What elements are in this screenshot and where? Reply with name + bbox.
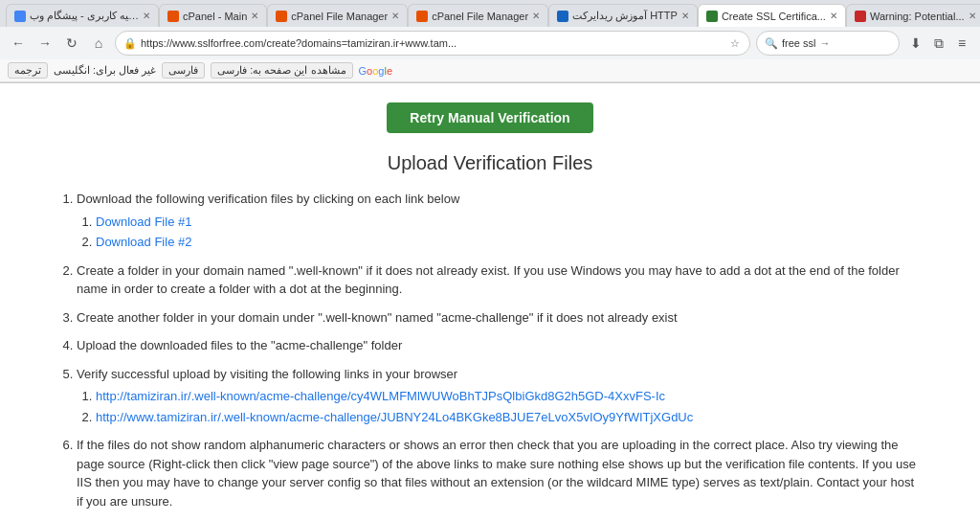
persian-button[interactable]: فارسی [162,62,205,79]
tab-label-tab6: Create SSL Certifica... [722,11,826,22]
tab-close-tab6[interactable]: ✕ [830,11,837,21]
search-text: free ssl [782,37,815,49]
page-content: Retry Manual Verification Upload Verific… [0,83,980,521]
page-title: Upload Verification Files [57,152,923,174]
tab-tab1[interactable]: ناحیه کاربری - پیشگام وب ✕ [6,4,159,27]
google-logo: Google [359,65,393,77]
tab-label-tab7: Warning: Potential... [870,11,965,22]
list-item: Create another folder in your domain und… [77,308,923,328]
tab-label-tab3: cPanel File Manager [291,11,388,22]
instruction-3-text: Create another folder in your domain und… [77,310,678,325]
extensions-icon[interactable]: ⧉ [928,33,949,54]
tab-favicon-tab6 [706,11,718,22]
tab-tab2[interactable]: cPanel - Main ✕ [159,4,267,27]
forward-button[interactable]: → [34,33,56,54]
list-item: If the files do not show random alphanum… [77,436,923,510]
list-item: Upload the downloaded files to the "acme… [77,336,923,355]
list-item: http://www.tamiziran.ir/.well-known/acme… [96,408,923,427]
tab-label-tab4: cPanel File Manager [432,11,528,22]
verification-link-2[interactable]: http://www.tamiziran.ir/.well-known/acme… [96,410,693,424]
list-item: Verify successful upload by visiting the… [77,365,923,427]
instruction-4-text: Upload the downloaded files to the "acme… [77,338,402,352]
list-item: Create a folder in your domain named ".w… [77,261,923,299]
list-item: Download the following verification file… [77,190,923,252]
list-item: http://tamiziran.ir/.well-known/acme-cha… [96,387,923,406]
instruction-2-text: Create a folder in your domain named ".w… [77,263,900,297]
home-button[interactable]: ⌂ [88,33,109,54]
instruction-5-text: Verify successful upload by visiting the… [77,367,457,381]
search-icon: 🔍 [765,37,778,50]
list-item: Download File #1 [96,213,923,232]
tab-favicon-tab4 [416,11,428,22]
address-text: https://www.sslforfree.com/create?domain… [141,37,724,49]
tab-close-tab2[interactable]: ✕ [251,11,258,21]
tab-close-tab7[interactable]: ✕ [969,11,976,21]
language-label: غیر فعال برای: انگلیسی [54,64,156,77]
tab-favicon-tab5 [557,11,568,22]
retry-manual-verification-button[interactable]: Retry Manual Verification [387,102,592,133]
verification-links-list: http://tamiziran.ir/.well-known/acme-cha… [77,387,923,426]
tab-close-tab1[interactable]: ✕ [143,11,150,21]
instructions-list: Download the following verification file… [57,190,923,521]
search-arrow-icon: → [819,37,830,49]
tab-favicon-tab3 [276,11,287,22]
refresh-button[interactable]: ↻ [61,33,82,54]
tab-label-tab1: ناحیه کاربری - پیشگام وب [30,10,139,22]
verification-link-1[interactable]: http://tamiziran.ir/.well-known/acme-cha… [96,389,665,403]
tab-tab4[interactable]: cPanel File Manager ✕ [408,4,548,27]
tab-favicon-tab2 [167,11,179,22]
translation-toolbar: Google مشاهده این صفحه به: فارسی فارسی غ… [0,59,980,82]
menu-icon[interactable]: ≡ [951,33,972,54]
tab-label-tab2: cPanel - Main [183,11,247,22]
view-persian-button[interactable]: مشاهده این صفحه به: فارسی [211,62,352,79]
translate-button[interactable]: ترجمه [8,62,48,79]
tab-tab7[interactable]: Warning: Potential... ✕ [846,4,980,27]
tab-close-tab4[interactable]: ✕ [532,11,540,21]
download-links-list: Download File #1 Download File #2 [77,213,923,252]
download-file-2-link[interactable]: Download File #2 [96,235,191,249]
back-button[interactable]: ← [8,33,29,54]
tab-label-tab5: آموزش ریدایرکت HTTP [572,10,678,22]
tab-favicon-tab7 [855,11,866,22]
tab-close-tab3[interactable]: ✕ [391,11,399,21]
instruction-6-text: If the files do not show random alphanum… [77,438,916,509]
tab-tab3[interactable]: cPanel File Manager ✕ [267,4,408,27]
search-bar[interactable]: 🔍 free ssl → [756,31,900,56]
tab-favicon-tab1 [14,11,26,22]
tab-close-tab5[interactable]: ✕ [681,11,689,21]
address-bar[interactable]: 🔒 https://www.sslforfree.com/create?doma… [115,31,750,56]
lock-icon: 🔒 [123,37,137,50]
tab-tab6[interactable]: Create SSL Certifica... ✕ [698,4,846,27]
list-item: Download File #2 [96,233,923,252]
download-icon[interactable]: ⬇ [905,33,926,54]
download-file-1-link[interactable]: Download File #1 [96,215,191,229]
bookmark-icon[interactable]: ☆ [728,37,742,50]
tab-tab5[interactable]: آموزش ریدایرکت HTTP ✕ [548,4,698,27]
instruction-1-text: Download the following verification file… [77,192,459,206]
